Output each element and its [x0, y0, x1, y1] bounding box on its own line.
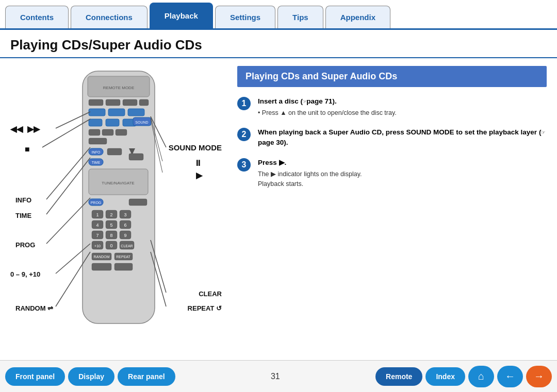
svg-text:CLEAR: CLEAR [121, 244, 133, 248]
svg-rect-10 [89, 119, 102, 126]
svg-text:7: 7 [96, 233, 99, 238]
tab-tips[interactable]: Tips [277, 6, 323, 28]
page-number: 31 [178, 372, 372, 381]
play-label: ▶ [196, 171, 202, 180]
remote-button[interactable]: Remote [375, 367, 422, 386]
pause-label: ⏸ [194, 159, 202, 168]
svg-text:6: 6 [124, 223, 126, 228]
svg-rect-7 [89, 109, 105, 116]
svg-text:5: 5 [110, 223, 112, 228]
svg-rect-30 [129, 199, 147, 206]
svg-text:4: 4 [96, 223, 99, 228]
step-3-text: Press ▶. [258, 159, 286, 166]
step-1-content: Insert a disc (☞page 71). • Press ▲ on t… [258, 96, 547, 118]
step-2: 2 When playing back a Super Audio CD, pr… [237, 127, 547, 148]
instructions-area: Playing CDs and Super Audio CDs 1 Insert… [237, 63, 547, 357]
svg-rect-21 [107, 148, 122, 155]
rear-panel-button[interactable]: Rear panel [118, 367, 175, 386]
repeat-label: REPEAT ↺ [188, 304, 222, 312]
svg-text:3: 3 [124, 212, 126, 217]
step-1: 1 Insert a disc (☞page 71). • Press ▲ on… [237, 96, 547, 118]
back-icon: ← [505, 370, 515, 382]
forward-button[interactable]: → [526, 366, 552, 387]
svg-rect-16 [102, 129, 113, 135]
step-1-number: 1 [237, 97, 251, 110]
svg-rect-15 [89, 129, 100, 135]
svg-text:2: 2 [110, 212, 112, 217]
svg-rect-60 [114, 263, 133, 270]
svg-rect-8 [108, 109, 125, 116]
step-3-sub: The ▶ indicator lights on the display. P… [258, 169, 547, 189]
step-2-number: 2 [237, 128, 251, 141]
svg-text:1: 1 [96, 212, 99, 217]
front-panel-button[interactable]: Front panel [5, 367, 65, 386]
tab-connections[interactable]: Connections [71, 6, 148, 28]
svg-rect-4 [106, 99, 120, 106]
remote-labels: ◀◀ ▶▶ ■ INFO TIME PROG 0 – 9, +10 RANDOM… [10, 63, 227, 336]
zero-nine-label: 0 – 9, +10 [10, 270, 40, 278]
tab-contents[interactable]: Contents [5, 6, 69, 28]
bottom-navigation: Front panel Display Rear panel 31 Remote… [0, 360, 557, 392]
tab-playback[interactable]: Playback [150, 3, 213, 28]
step-3-number: 3 [237, 158, 251, 172]
svg-text:+10: +10 [94, 244, 101, 248]
svg-text:PROG: PROG [91, 201, 102, 204]
stop-label: ■ [25, 145, 30, 154]
section-header: Playing CDs and Super Audio CDs [237, 66, 547, 87]
svg-rect-59 [92, 263, 111, 270]
svg-text:RANDOM: RANDOM [93, 255, 109, 259]
tab-appendix[interactable]: Appendix [325, 6, 390, 28]
svg-text:9: 9 [124, 233, 126, 238]
step-2-text: When playing back a Super Audio CD, pres… [258, 128, 545, 146]
svg-rect-5 [123, 99, 137, 106]
svg-rect-17 [116, 129, 127, 135]
svg-rect-9 [128, 109, 144, 116]
page-title-bar: Playing CDs/Super Audio CDs [0, 30, 557, 58]
home-icon: ⌂ [478, 370, 484, 382]
main-content: ◀◀ ▶▶ ■ INFO TIME PROG 0 – 9, +10 RANDOM… [0, 58, 557, 362]
svg-rect-3 [89, 99, 103, 106]
forward-icon: → [534, 370, 544, 382]
step-3: 3 Press ▶. The ▶ indicator lights on the… [237, 158, 547, 189]
svg-text:REPEAT: REPEAT [116, 255, 130, 259]
display-button[interactable]: Display [68, 367, 114, 386]
svg-rect-6 [139, 99, 149, 106]
step-1-sub: • Press ▲ on the unit to open/close the … [258, 108, 547, 118]
home-button[interactable]: ⌂ [468, 366, 494, 387]
page-title: Playing CDs/Super Audio CDs [10, 37, 547, 53]
index-button[interactable]: Index [425, 367, 465, 386]
step-1-text: Insert a disc (☞page 71). [258, 97, 337, 105]
svg-rect-25 [129, 154, 143, 160]
remote-device: REMOTE MODE [72, 69, 165, 321]
clear-label: CLEAR [199, 290, 222, 298]
svg-text:REMOTE MODE: REMOTE MODE [103, 86, 134, 90]
info-label: INFO [15, 196, 31, 204]
sound-mode-label: SOUND MODE [169, 143, 222, 152]
top-navigation: Contents Connections Playback Settings T… [0, 0, 557, 30]
svg-text:8: 8 [110, 233, 112, 238]
time-label: TIME [15, 212, 31, 219]
back-button[interactable]: ← [497, 366, 523, 387]
svg-text:TUNE/NAVIGATE: TUNE/NAVIGATE [102, 181, 134, 185]
svg-text:INFO: INFO [92, 150, 101, 154]
svg-text:TIME: TIME [92, 161, 101, 164]
svg-text:SOUND: SOUND [135, 121, 148, 124]
skip-label: ◀◀ ▶▶ [10, 124, 40, 134]
remote-area: ◀◀ ▶▶ ■ INFO TIME PROG 0 – 9, +10 RANDOM… [10, 63, 227, 357]
svg-rect-11 [106, 119, 119, 126]
step-2-content: When playing back a Super Audio CD, pres… [258, 127, 547, 148]
svg-rect-18 [89, 138, 107, 144]
random-label: RANDOM ⇌ [15, 304, 53, 312]
step-3-content: Press ▶. The ▶ indicator lights on the d… [258, 158, 547, 189]
svg-text:0: 0 [110, 243, 112, 248]
prog-label: PROG [15, 241, 35, 249]
tab-settings[interactable]: Settings [215, 6, 275, 28]
